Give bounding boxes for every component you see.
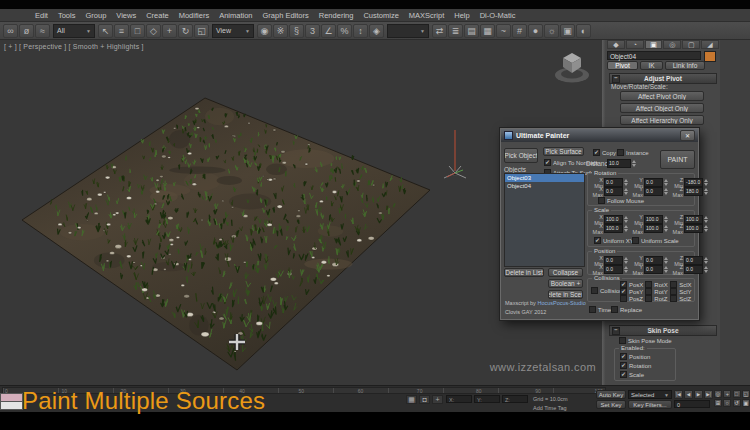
menu-item[interactable]: Help bbox=[449, 11, 474, 20]
skin-pose-rollout[interactable]: − Skin Pose bbox=[609, 325, 717, 336]
affect-pivot-only-button[interactable]: Affect Pivot Only bbox=[620, 91, 704, 101]
checkbox-box[interactable] bbox=[645, 288, 652, 295]
snaps-toggle-icon[interactable]: 3 bbox=[305, 24, 320, 38]
spinner-field[interactable]: 180.0 bbox=[684, 187, 703, 196]
modify-tab-icon[interactable]: ◔ bbox=[626, 40, 644, 49]
collision-checkbox[interactable]: Collision bbox=[591, 287, 623, 294]
coordinate-z-field[interactable]: Z: bbox=[502, 395, 528, 403]
checkbox-box[interactable] bbox=[617, 149, 624, 156]
uniform-scale-checkbox[interactable]: Uniform Scale bbox=[632, 237, 679, 244]
spinner-field[interactable]: -180.0 bbox=[684, 178, 703, 187]
checkbox-box[interactable] bbox=[589, 306, 596, 313]
key-filters-button[interactable]: Key Filters... bbox=[628, 400, 672, 409]
spinner-field[interactable]: 0.0 bbox=[644, 178, 663, 187]
pick-object-button[interactable]: Pick Object bbox=[504, 148, 538, 163]
play-icon[interactable]: ▶ bbox=[694, 390, 703, 399]
menu-item[interactable]: Animation bbox=[214, 11, 257, 20]
pick-surface-button[interactable]: Pick Surface bbox=[543, 147, 584, 156]
spinner-arrows[interactable] bbox=[704, 216, 708, 223]
spinner-arrows[interactable] bbox=[664, 225, 668, 232]
crossing-selection-icon[interactable]: ◇ bbox=[146, 24, 161, 38]
distance-value[interactable]: 10.0 bbox=[607, 159, 631, 168]
spinner-field[interactable]: 0.0 bbox=[644, 265, 663, 274]
dialog-title-bar[interactable]: Ultimate Painter ✕ bbox=[501, 129, 698, 142]
checkbox-box[interactable]: ✓ bbox=[593, 149, 600, 156]
spinner-field[interactable]: 100.0 bbox=[604, 224, 623, 233]
delete-in-list-button[interactable]: Delete in List bbox=[504, 268, 544, 277]
spinner-arrows[interactable] bbox=[664, 257, 668, 264]
checkbox-box[interactable]: ✓ bbox=[620, 371, 627, 378]
checkbox-box[interactable] bbox=[645, 281, 652, 288]
rectangular-selection-icon[interactable]: □ bbox=[130, 24, 145, 38]
zoom-all-icon[interactable]: + bbox=[723, 390, 731, 398]
named-selection-sets-icon[interactable]: ◈ bbox=[369, 24, 384, 38]
spinner-arrows[interactable] bbox=[704, 257, 708, 264]
select-by-name-icon[interactable]: ≡ bbox=[114, 24, 129, 38]
go-to-end-icon[interactable]: ▶| bbox=[704, 390, 713, 399]
object-list-item[interactable]: Object03 bbox=[505, 174, 584, 182]
menu-item[interactable]: Modifiers bbox=[174, 11, 214, 20]
scale-checkbox[interactable]: ✓Scale bbox=[620, 371, 644, 378]
spinner-arrows[interactable] bbox=[624, 188, 628, 195]
spinner-arrows[interactable] bbox=[624, 225, 628, 232]
absolute-offset-toggle-icon[interactable]: + bbox=[432, 395, 443, 404]
mirror-icon[interactable]: ⇄ bbox=[432, 24, 447, 38]
spinner-arrows[interactable] bbox=[704, 225, 708, 232]
curve-editor-icon[interactable]: ~ bbox=[496, 24, 511, 38]
rotz-checkbox[interactable]: RotZ bbox=[645, 295, 668, 302]
roty-checkbox[interactable]: RotY bbox=[645, 288, 668, 295]
select-and-manipulate-icon[interactable]: ※ bbox=[273, 24, 288, 38]
checkbox-box[interactable]: ✓ bbox=[594, 237, 601, 244]
collapse-button[interactable]: Collapse bbox=[548, 268, 583, 277]
menu-item[interactable]: Create bbox=[141, 11, 174, 20]
menu-item[interactable]: Views bbox=[111, 11, 141, 20]
object-list-item[interactable]: Object04 bbox=[505, 182, 584, 190]
selection-filter-dropdown[interactable]: All▼ bbox=[53, 24, 95, 38]
maxscript-mini-listener-script[interactable] bbox=[0, 401, 23, 410]
checkbox-box[interactable] bbox=[670, 288, 677, 295]
go-to-start-icon[interactable]: |◀ bbox=[674, 390, 683, 399]
checkbox-box[interactable] bbox=[591, 287, 598, 294]
spinner-field[interactable]: 100.0 bbox=[644, 224, 663, 233]
affect-object-only-button[interactable]: Affect Object Only bbox=[620, 103, 704, 113]
current-frame-field[interactable]: 0 bbox=[674, 400, 710, 408]
pan-icon[interactable]: ○ bbox=[723, 399, 731, 407]
use-pivot-center-icon[interactable]: ◉ bbox=[257, 24, 272, 38]
viewcube[interactable] bbox=[555, 53, 589, 83]
spinner-field[interactable]: 100.0 bbox=[684, 215, 703, 224]
select-and-move-icon[interactable]: + bbox=[162, 24, 177, 38]
checkbox-box[interactable]: ✓ bbox=[620, 362, 627, 369]
menu-item[interactable]: Di-O-Matic bbox=[475, 11, 521, 20]
spinner-arrows[interactable] bbox=[704, 179, 708, 186]
instance-checkbox[interactable]: Instance bbox=[617, 149, 649, 156]
spinner-field[interactable]: 0.0 bbox=[604, 178, 623, 187]
sclx-checkbox[interactable]: SclX bbox=[670, 281, 693, 288]
maximize-viewport-icon[interactable]: ▣ bbox=[742, 399, 750, 407]
checkbox-box[interactable] bbox=[620, 295, 627, 302]
posz-checkbox[interactable]: PosZ bbox=[620, 295, 643, 302]
spinner-field[interactable]: 0.0 bbox=[604, 265, 623, 274]
collapse-rollout-icon[interactable]: − bbox=[612, 327, 620, 335]
checkbox-box[interactable] bbox=[670, 295, 677, 302]
coordinate-y-field[interactable]: Y: bbox=[474, 395, 500, 403]
auto-key-button[interactable]: Auto Key bbox=[596, 390, 626, 399]
zoom-icon[interactable]: ◎ bbox=[714, 390, 722, 398]
render-setup-icon[interactable]: ☼ bbox=[544, 24, 559, 38]
unlink-selection-icon[interactable]: ø bbox=[19, 24, 34, 38]
spinner-arrows[interactable] bbox=[632, 160, 636, 167]
object-name-field[interactable]: Object04 bbox=[607, 51, 701, 60]
add-time-tag-label[interactable]: Add Time Tag bbox=[533, 405, 567, 411]
paint-button[interactable]: PAINT bbox=[660, 150, 695, 169]
replace-checkbox[interactable]: Replace bbox=[611, 306, 642, 313]
reference-coordinate-dropdown[interactable]: View▼ bbox=[212, 24, 254, 38]
link-info-tab-button[interactable]: Link Info bbox=[665, 61, 705, 70]
motion-tab-icon[interactable]: ◎ bbox=[663, 40, 681, 49]
select-object-icon[interactable]: ↖ bbox=[98, 24, 113, 38]
utilities-tab-icon[interactable]: ◢ bbox=[701, 40, 719, 49]
orbit-icon[interactable]: ↺ bbox=[733, 399, 741, 407]
rendered-frame-icon[interactable]: ▣ bbox=[560, 24, 575, 38]
coordinate-x-field[interactable]: X: bbox=[446, 395, 472, 403]
checkbox-box[interactable]: ✓ bbox=[620, 353, 627, 360]
select-and-scale-icon[interactable]: ◱ bbox=[194, 24, 209, 38]
field-of-view-icon[interactable]: ⊞ bbox=[714, 399, 722, 407]
